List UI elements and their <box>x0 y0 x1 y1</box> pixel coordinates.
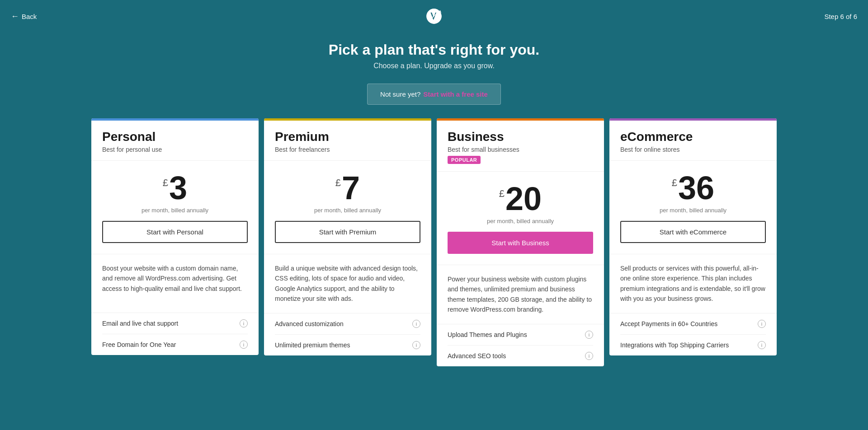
hero-subtitle: Choose a plan. Upgrade as you grow. <box>7 62 861 70</box>
plan-card-business: Business Best for small businesses POPUL… <box>437 118 604 366</box>
plan-header: eCommerce Best for online stores <box>609 121 777 161</box>
price-amount: 7 <box>342 172 360 204</box>
plan-pricing: £ 20 per month, billed annually Start wi… <box>437 172 604 265</box>
price-amount: 3 <box>169 172 187 204</box>
plan-description: Power your business website with custom … <box>437 265 604 324</box>
price-period: per month, billed annually <box>620 207 766 214</box>
currency-symbol: £ <box>499 188 505 200</box>
plan-features: Upload Themes and Plugins i Advanced SEO… <box>437 324 604 366</box>
feature-row: Advanced customization i <box>275 313 420 335</box>
price-amount: 20 <box>505 182 542 215</box>
page-header: ← Back Step 6 of 6 <box>0 0 868 33</box>
plan-pricing: £ 3 per month, billed annually Start wit… <box>91 161 259 254</box>
hero-section: Pick a plan that's right for you. Choose… <box>0 33 868 84</box>
info-icon[interactable]: i <box>585 331 593 339</box>
info-icon[interactable]: i <box>585 352 593 360</box>
feature-row: Accept Payments in 60+ Countries i <box>620 313 766 335</box>
price-row: £ 3 <box>102 172 248 204</box>
feature-row: Advanced SEO tools i <box>448 346 593 366</box>
info-icon[interactable]: i <box>240 319 248 327</box>
feature-label: Advanced SEO tools <box>448 352 506 360</box>
feature-row: Email and live chat support i <box>102 313 248 334</box>
plan-header: Premium Best for freelancers <box>264 121 431 161</box>
feature-label: Email and live chat support <box>102 320 178 327</box>
currency-symbol: £ <box>163 177 168 189</box>
back-arrow-icon: ← <box>11 12 19 21</box>
plan-cta-premium[interactable]: Start with Premium <box>275 221 420 243</box>
price-amount: 36 <box>678 172 714 204</box>
plan-tagline: Best for freelancers <box>275 146 420 153</box>
popular-badge: POPULAR <box>448 156 481 164</box>
feature-row: Upload Themes and Plugins i <box>448 324 593 346</box>
currency-symbol: £ <box>672 177 677 189</box>
plan-description: Build a unique website with advanced des… <box>264 254 431 313</box>
plan-pricing: £ 7 per month, billed annually Start wit… <box>264 161 431 254</box>
plan-features: Email and live chat support i Free Domai… <box>91 313 259 355</box>
plan-description: Sell products or services with this powe… <box>609 254 777 313</box>
plan-card-premium: Premium Best for freelancers £ 7 per mon… <box>264 118 431 355</box>
plan-cta-personal[interactable]: Start with Personal <box>102 221 248 243</box>
step-label: Step 6 of 6 <box>824 13 857 20</box>
plan-name: eCommerce <box>620 130 766 144</box>
plan-tagline: Best for personal use <box>102 146 248 153</box>
feature-row: Integrations with Top Shipping Carriers … <box>620 335 766 355</box>
feature-label: Free Domain for One Year <box>102 341 176 348</box>
plan-cta-business[interactable]: Start with Business <box>448 232 593 254</box>
plan-pricing: £ 36 per month, billed annually Start wi… <box>609 161 777 254</box>
info-icon[interactable]: i <box>412 341 420 349</box>
feature-row: Unlimited premium themes i <box>275 335 420 355</box>
free-site-banner: Not sure yet? Start with a free site <box>367 84 501 105</box>
plan-card-ecommerce: eCommerce Best for online stores £ 36 pe… <box>609 118 777 355</box>
plan-name: Business <box>448 130 593 144</box>
feature-label: Upload Themes and Plugins <box>448 331 527 338</box>
feature-label: Advanced customization <box>275 320 344 327</box>
plan-header: Personal Best for personal use <box>91 121 259 161</box>
free-site-text: Not sure yet? <box>380 90 420 98</box>
free-site-link[interactable]: Start with a free site <box>423 90 488 98</box>
hero-title: Pick a plan that's right for you. <box>7 42 861 58</box>
currency-symbol: £ <box>335 177 341 189</box>
price-period: per month, billed annually <box>102 207 248 214</box>
price-row: £ 7 <box>275 172 420 204</box>
plan-name: Premium <box>275 130 420 144</box>
feature-label: Integrations with Top Shipping Carriers <box>620 341 729 349</box>
plan-features: Accept Payments in 60+ Countries i Integ… <box>609 313 777 355</box>
info-icon[interactable]: i <box>412 320 420 328</box>
price-period: per month, billed annually <box>275 207 420 214</box>
feature-label: Unlimited premium themes <box>275 341 350 349</box>
price-row: £ 20 <box>448 182 593 215</box>
plan-name: Personal <box>102 130 248 144</box>
plan-card-personal: Personal Best for personal use £ 3 per m… <box>91 118 259 355</box>
wordpress-logo <box>425 7 443 25</box>
info-icon[interactable]: i <box>758 341 766 349</box>
plans-container: Personal Best for personal use £ 3 per m… <box>81 118 787 366</box>
plan-cta-ecommerce[interactable]: Start with eCommerce <box>620 221 766 243</box>
back-button[interactable]: ← Back <box>11 12 37 21</box>
plan-tagline: Best for online stores <box>620 146 766 153</box>
plan-tagline: Best for small businesses <box>448 146 593 153</box>
plan-description: Boost your website with a custom domain … <box>91 254 259 313</box>
feature-row: Free Domain for One Year i <box>102 334 248 355</box>
plan-header: Business Best for small businesses POPUL… <box>437 121 604 172</box>
info-icon[interactable]: i <box>758 320 766 328</box>
price-period: per month, billed annually <box>448 218 593 224</box>
plan-features: Advanced customization i Unlimited premi… <box>264 313 431 355</box>
back-label: Back <box>22 13 37 20</box>
feature-label: Accept Payments in 60+ Countries <box>620 320 717 327</box>
info-icon[interactable]: i <box>240 341 248 349</box>
price-row: £ 36 <box>620 172 766 204</box>
